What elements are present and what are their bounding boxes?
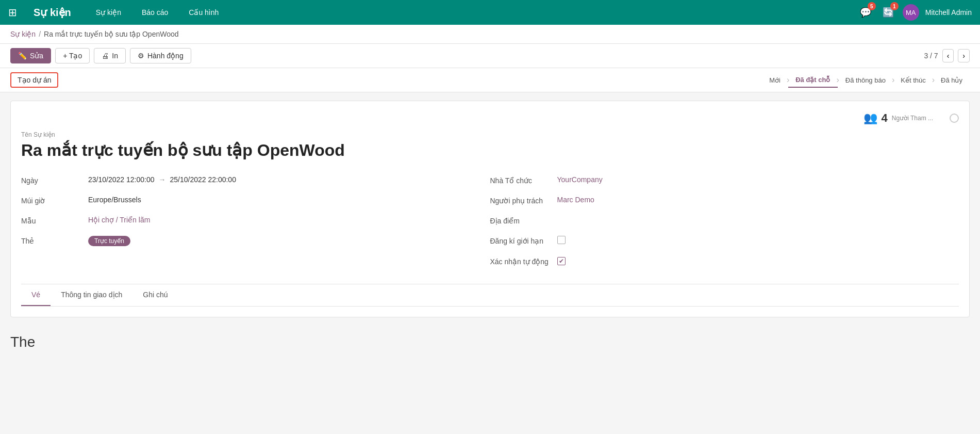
tab-ticket-label: Vé bbox=[31, 291, 40, 299]
edit-icon: ✏️ bbox=[18, 52, 27, 60]
status-booked[interactable]: Đã đặt chỗ bbox=[788, 73, 837, 88]
date-end: 25/10/2022 22:00:00 bbox=[170, 175, 236, 184]
organizer-row: Nhà Tổ chức YourCompany bbox=[490, 170, 939, 190]
nav-config[interactable]: Cấu hình bbox=[185, 6, 223, 19]
user-initials: MA bbox=[906, 9, 916, 17]
responsible-label: Người phụ trách bbox=[490, 196, 557, 205]
status-ended-label: Kết thúc bbox=[901, 76, 925, 84]
form-right-col: Nhà Tổ chức YourCompany Người phụ trách … bbox=[490, 170, 959, 271]
timezone-value: Europe/Brussels bbox=[88, 196, 470, 204]
registration-checkbox[interactable] bbox=[557, 236, 566, 244]
app-name: Sự kiện bbox=[34, 6, 71, 19]
radio-circle bbox=[950, 114, 959, 123]
action-label: Hành động bbox=[147, 52, 184, 60]
auto-confirm-label: Xác nhận tự động bbox=[490, 256, 557, 266]
status-notified[interactable]: Đã thông báo bbox=[838, 73, 893, 87]
toolbar: ✏️ Sửa + Tạo 🖨 In ⚙ Hành động 3 / 7 ‹ › bbox=[0, 44, 980, 68]
print-label: In bbox=[112, 52, 118, 60]
attendees-row: 👥 4 Người Tham ... bbox=[21, 111, 959, 125]
tab-bar: Vé Thông tin giao dịch Ghi chú bbox=[21, 284, 959, 307]
organizer-link[interactable]: YourCompany bbox=[557, 175, 603, 184]
activity-icon-btn[interactable]: 🔄 1 bbox=[880, 4, 896, 21]
auto-confirm-value: ✔ bbox=[557, 256, 939, 265]
create-project-button[interactable]: Tạo dự án bbox=[10, 72, 58, 88]
top-nav-icons: 💬 5 🔄 1 MA Mitchell Admin bbox=[857, 4, 972, 21]
responsible-value: Marc Demo bbox=[557, 196, 939, 204]
nav-events[interactable]: Sự kiện bbox=[92, 6, 125, 19]
status-notified-label: Đã thông báo bbox=[845, 76, 886, 84]
location-row: Địa điểm bbox=[490, 211, 939, 231]
registration-label: Đăng kí giới hạn bbox=[490, 236, 557, 245]
pagination: 3 / 7 ‹ › bbox=[924, 49, 970, 62]
tags-value: Trực tuyến bbox=[88, 236, 470, 246]
registration-value bbox=[557, 236, 939, 246]
tab-notes[interactable]: Ghi chú bbox=[132, 284, 178, 306]
bottom-text: The bbox=[10, 334, 35, 350]
form-left-col: Ngày 23/10/2022 12:00:00 → 25/10/2022 22… bbox=[21, 170, 490, 271]
status-new-label: Mới bbox=[769, 76, 780, 84]
template-row: Mẫu Hội chợ / Triển lãm bbox=[21, 211, 470, 231]
pagination-text: 3 / 7 bbox=[924, 52, 938, 60]
date-label: Ngày bbox=[21, 175, 88, 185]
tags-row: Thẻ Trực tuyến bbox=[21, 231, 470, 252]
breadcrumb-current: Ra mắt trực tuyến bộ sưu tập OpenWood bbox=[44, 30, 179, 38]
date-row: Ngày 23/10/2022 12:00:00 → 25/10/2022 22… bbox=[21, 170, 470, 190]
user-avatar[interactable]: MA bbox=[903, 4, 919, 21]
tag-badge: Trực tuyến bbox=[88, 236, 130, 246]
template-value: Hội chợ / Triển lãm bbox=[88, 216, 470, 224]
breadcrumb: Sự kiện / Ra mắt trực tuyến bộ sưu tập O… bbox=[0, 25, 980, 44]
bottom-text-area: The bbox=[0, 326, 980, 359]
user-name[interactable]: Mitchell Admin bbox=[925, 8, 972, 17]
activity-badge: 1 bbox=[890, 2, 899, 10]
tab-ticket[interactable]: Vé bbox=[21, 284, 51, 306]
edit-button[interactable]: ✏️ Sửa bbox=[10, 48, 51, 63]
status-new[interactable]: Mới bbox=[762, 73, 788, 87]
chat-icon-btn[interactable]: 💬 5 bbox=[857, 4, 874, 21]
template-label: Mẫu bbox=[21, 216, 88, 225]
timezone-label: Múi giờ bbox=[21, 196, 88, 205]
registration-row: Đăng kí giới hạn bbox=[490, 231, 939, 251]
template-link[interactable]: Hội chợ / Triển lãm bbox=[88, 216, 150, 224]
create-label: + Tạo bbox=[63, 52, 82, 60]
status-booked-label: Đã đặt chỗ bbox=[795, 76, 830, 84]
nav-report[interactable]: Báo cáo bbox=[138, 6, 172, 19]
status-ended[interactable]: Kết thúc bbox=[893, 73, 933, 87]
tab-notes-label: Ghi chú bbox=[143, 291, 168, 299]
create-project-label: Tạo dự án bbox=[18, 76, 51, 84]
tab-transaction-label: Thông tin giao dịch bbox=[61, 291, 122, 299]
date-arrow-icon: → bbox=[158, 175, 165, 184]
top-navigation: ⊞ Sự kiện Sự kiện Báo cáo Cấu hình 💬 5 🔄… bbox=[0, 0, 980, 25]
attendees-label: Người Tham ... bbox=[892, 115, 933, 122]
create-button[interactable]: + Tạo bbox=[55, 48, 90, 63]
organizer-label: Nhà Tổ chức bbox=[490, 175, 557, 185]
print-button[interactable]: 🖨 In bbox=[94, 48, 126, 63]
attendees-icon: 👥 bbox=[863, 111, 877, 125]
status-cancelled[interactable]: Đã hủy bbox=[934, 73, 970, 87]
action-button[interactable]: ⚙ Hành động bbox=[130, 48, 191, 63]
location-label: Địa điểm bbox=[490, 216, 557, 225]
attendees-count: 4 bbox=[882, 111, 888, 125]
status-cancelled-label: Đã hủy bbox=[941, 76, 962, 84]
print-icon: 🖨 bbox=[102, 52, 109, 60]
tab-transaction[interactable]: Thông tin giao dịch bbox=[51, 284, 132, 306]
event-title: Ra mắt trực tuyến bộ sưu tập OpenWood bbox=[21, 140, 959, 160]
gear-icon: ⚙ bbox=[138, 52, 144, 60]
field-label-section: Tên Sự kiện Ra mắt trực tuyến bộ sưu tập… bbox=[21, 131, 959, 160]
form-grid: Ngày 23/10/2022 12:00:00 → 25/10/2022 22… bbox=[21, 170, 959, 271]
breadcrumb-separator: / bbox=[39, 30, 41, 38]
status-bar: Tạo dự án Mới › Đã đặt chỗ › Đã thông bá… bbox=[0, 68, 980, 92]
breadcrumb-parent[interactable]: Sự kiện bbox=[10, 30, 36, 38]
responsible-link[interactable]: Marc Demo bbox=[557, 196, 594, 204]
main-content: 👥 4 Người Tham ... Tên Sự kiện Ra mắt tr… bbox=[0, 92, 980, 326]
auto-confirm-row: Xác nhận tự động ✔ bbox=[490, 251, 939, 271]
tags-label: Thẻ bbox=[21, 236, 88, 245]
date-value: 23/10/2022 12:00:00 → 25/10/2022 22:00:0… bbox=[88, 175, 470, 184]
responsible-row: Người phụ trách Marc Demo bbox=[490, 190, 939, 211]
next-button[interactable]: › bbox=[958, 49, 970, 62]
timezone-row: Múi giờ Europe/Brussels bbox=[21, 190, 470, 211]
app-grid-icon[interactable]: ⊞ bbox=[8, 6, 17, 19]
form-card: 👥 4 Người Tham ... Tên Sự kiện Ra mắt tr… bbox=[10, 101, 970, 317]
auto-confirm-checkbox[interactable]: ✔ bbox=[557, 257, 566, 265]
prev-button[interactable]: ‹ bbox=[942, 49, 954, 62]
organizer-value: YourCompany bbox=[557, 175, 939, 184]
